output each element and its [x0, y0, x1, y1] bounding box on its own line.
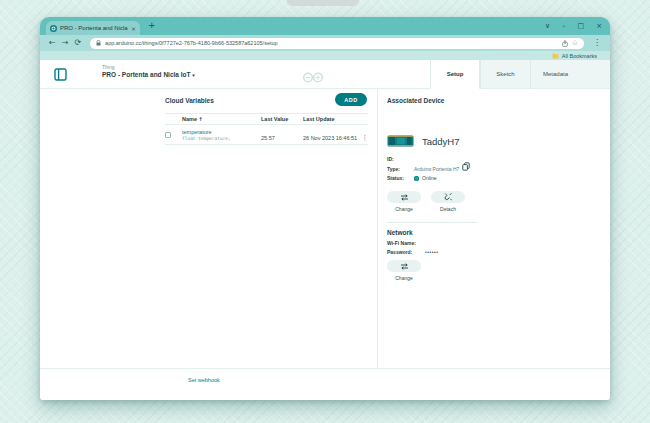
- thing-tabs: Setup Sketch Metadata: [430, 60, 610, 89]
- browser-window: PRO - Portenta and Nicla IoT Th × + ∨ – …: [40, 17, 610, 400]
- row-menu-icon[interactable]: ⋮: [362, 134, 369, 142]
- detach-device-label: Detach: [431, 206, 465, 212]
- browser-tab-bar: PRO - Portenta and Nicla IoT Th × + ∨ – …: [40, 17, 610, 35]
- device-id-row: ID:: [387, 156, 414, 162]
- table-row: temperature float temperature; 25.57 26 …: [165, 125, 368, 145]
- detach-icon: [444, 193, 453, 201]
- variable-last-value: 25.57: [261, 135, 275, 141]
- network-divider: [387, 222, 477, 223]
- thing-header: Thing PRO - Portenta and Nicla IoT ▾: [40, 60, 610, 89]
- column-header-last-value[interactable]: Last Value: [261, 116, 303, 122]
- thing-name-dropdown[interactable]: PRO - Portenta and Nicla IoT ▾: [102, 71, 195, 78]
- online-status-icon: [414, 176, 419, 181]
- close-window-button[interactable]: ×: [596, 22, 602, 30]
- tab-sketch[interactable]: Sketch: [480, 60, 530, 89]
- thing-title-block: Thing PRO - Portenta and Nicla IoT ▾: [102, 64, 195, 78]
- device-status-value: Online: [422, 175, 436, 181]
- browser-menu-icon[interactable]: ⋮: [593, 39, 601, 47]
- table-header-row: Name ↑ Last Value Last Update: [165, 113, 368, 125]
- sidebar-toggle-icon: [54, 68, 67, 81]
- back-icon[interactable]: ←: [49, 39, 56, 47]
- device-type-value: Arduino Portenta H7: [414, 166, 459, 172]
- device-summary: TaddyH7: [387, 135, 460, 147]
- variables-table: Name ↑ Last Value Last Update: [165, 113, 368, 145]
- forward-icon[interactable]: →: [62, 39, 69, 47]
- set-webhook-link[interactable]: Set webhook: [188, 377, 220, 383]
- change-device-button[interactable]: [387, 191, 421, 203]
- folder-icon: [552, 53, 559, 59]
- lock-icon: [96, 40, 101, 46]
- desktop-background: PRO - Portenta and Nicla IoT Th × + ∨ – …: [0, 0, 650, 423]
- device-name: TaddyH7: [422, 136, 460, 147]
- tab-setup[interactable]: Setup: [430, 60, 480, 89]
- tab-search-icon[interactable]: ∨: [545, 22, 550, 30]
- add-variable-button[interactable]: ADD: [335, 93, 367, 106]
- copy-id-button[interactable]: [462, 157, 470, 175]
- change-network-button[interactable]: [387, 260, 421, 272]
- password-value: ••••••: [425, 249, 439, 255]
- bookmark-star-icon[interactable]: ☆: [572, 40, 578, 47]
- share-icon[interactable]: [562, 40, 568, 47]
- browser-tab[interactable]: PRO - Portenta and Nicla IoT Th ×: [46, 21, 140, 35]
- url-text: app.arduino.cc/things/0f7727e2-767b-4180…: [105, 40, 558, 46]
- copy-icon: [462, 162, 470, 171]
- cloud-variables-title: Cloud Variables: [165, 97, 214, 104]
- associated-device-title: Associated Device: [387, 97, 444, 104]
- change-network-label: Change: [387, 275, 421, 281]
- thing-label: Thing: [102, 64, 195, 70]
- all-bookmarks-button[interactable]: All Bookmarks: [562, 53, 597, 59]
- maximize-button[interactable]: □: [578, 22, 585, 30]
- wifi-row: Wi-Fi Name:: [387, 240, 425, 246]
- change-device-label: Change: [387, 206, 421, 212]
- column-divider: [377, 89, 378, 368]
- tab-close-icon[interactable]: ×: [131, 25, 136, 32]
- bookmarks-bar: All Bookmarks: [40, 51, 610, 60]
- screen-notch: [287, 0, 359, 6]
- variable-last-update: 26 Nov 2023 16:46:51: [303, 135, 357, 141]
- sort-asc-icon: ↑: [199, 116, 203, 122]
- new-tab-button[interactable]: +: [148, 20, 156, 30]
- device-board-image: [387, 135, 414, 147]
- detach-device-button[interactable]: [431, 191, 465, 203]
- device-type-row: Type: Arduino Portenta H7: [387, 166, 459, 172]
- chevron-down-icon: ▾: [192, 72, 195, 78]
- webhook-footer: Set webhook: [40, 368, 610, 400]
- password-row: Password: ••••••: [387, 249, 439, 255]
- swap-icon: [400, 194, 409, 201]
- arduino-logo-icon: [302, 69, 324, 87]
- column-header-name[interactable]: Name ↑: [182, 116, 261, 122]
- variable-declaration: float temperature;: [182, 136, 261, 141]
- browser-toolbar: ← → ⟳ app.arduino.cc/things/0f7727e2-767…: [40, 35, 610, 51]
- variable-name-link[interactable]: temperature: [182, 129, 261, 135]
- tab-metadata[interactable]: Metadata: [530, 60, 580, 89]
- arduino-cloud-page: Thing PRO - Portenta and Nicla IoT ▾: [40, 60, 610, 400]
- swap-icon: [400, 263, 409, 270]
- address-bar[interactable]: app.arduino.cc/things/0f7727e2-767b-4180…: [90, 38, 584, 49]
- row-checkbox[interactable]: [165, 132, 171, 138]
- minimize-button[interactable]: –: [562, 22, 566, 30]
- tab-title: PRO - Portenta and Nicla IoT Th: [60, 25, 128, 31]
- setup-panel: Cloud Variables ADD Name ↑ Last Value: [40, 89, 610, 400]
- arduino-favicon: [50, 25, 57, 32]
- device-status-row: Status: Online: [387, 175, 436, 181]
- tab-strip-filler: [580, 60, 610, 89]
- column-header-last-update[interactable]: Last Update: [303, 116, 360, 122]
- network-title: Network: [387, 229, 413, 236]
- sidebar-toggle-button[interactable]: [54, 67, 67, 85]
- reload-icon[interactable]: ⟳: [74, 39, 81, 47]
